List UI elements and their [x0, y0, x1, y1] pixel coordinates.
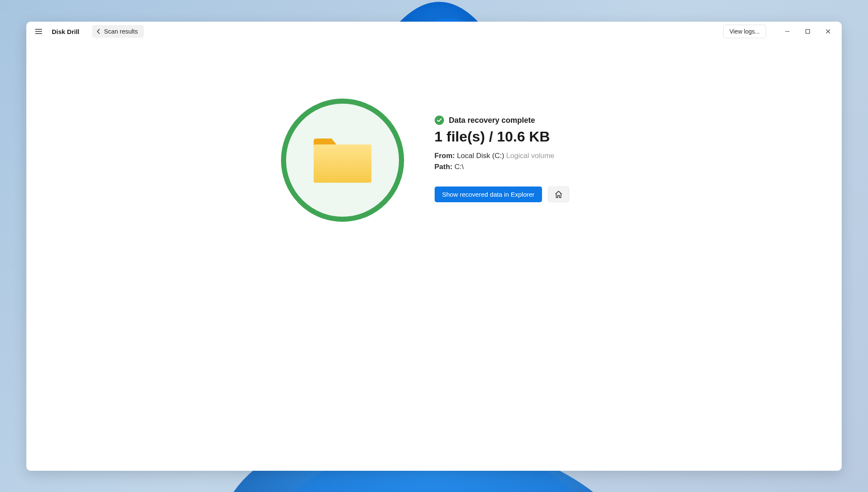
- from-label: From:: [435, 152, 455, 160]
- from-volume-type: Logical volume: [506, 152, 554, 160]
- content-area: Data recovery complete 1 file(s) / 10.6 …: [26, 41, 842, 471]
- maximize-icon: [805, 29, 810, 34]
- home-button[interactable]: [548, 187, 569, 202]
- from-row: From: Local Disk (C:) Logical volume: [435, 152, 587, 160]
- close-icon: [826, 29, 831, 34]
- home-icon: [554, 190, 563, 198]
- from-value: Local Disk (C:): [457, 152, 504, 160]
- action-buttons: Show recovered data in Explorer: [435, 187, 587, 202]
- recovery-details: Data recovery complete 1 file(s) / 10.6 …: [435, 99, 587, 202]
- path-row: Path: C:\: [435, 163, 587, 171]
- back-to-scan-results-button[interactable]: Scan results: [92, 25, 144, 38]
- titlebar: Disk Drill Scan results View logs...: [26, 22, 842, 41]
- status-text: Data recovery complete: [449, 116, 535, 125]
- show-in-explorer-button[interactable]: Show recovered data in Explorer: [435, 187, 542, 202]
- chevron-left-icon: [96, 28, 101, 34]
- minimize-button[interactable]: [777, 24, 798, 39]
- window-controls: [777, 24, 838, 39]
- titlebar-right: View logs...: [723, 24, 838, 39]
- maximize-button[interactable]: [798, 24, 818, 39]
- recovery-summary: 1 file(s) / 10.6 KB: [435, 128, 587, 145]
- app-title: Disk Drill: [52, 28, 79, 35]
- success-check-icon: [435, 116, 444, 125]
- close-button[interactable]: [818, 24, 838, 39]
- folder-icon: [311, 135, 374, 185]
- folder-success-badge: [281, 99, 404, 222]
- app-window: Disk Drill Scan results View logs...: [26, 22, 842, 471]
- minimize-icon: [785, 29, 790, 34]
- view-logs-button[interactable]: View logs...: [723, 25, 766, 38]
- back-button-label: Scan results: [104, 28, 138, 35]
- path-label: Path:: [435, 163, 453, 171]
- svg-rect-1: [806, 30, 810, 34]
- menu-button[interactable]: [32, 25, 45, 38]
- path-value: C:\: [455, 163, 464, 171]
- status-line: Data recovery complete: [435, 116, 587, 125]
- svg-rect-5: [314, 144, 371, 183]
- titlebar-left: Disk Drill Scan results: [30, 25, 144, 38]
- folder-circle: [281, 99, 404, 222]
